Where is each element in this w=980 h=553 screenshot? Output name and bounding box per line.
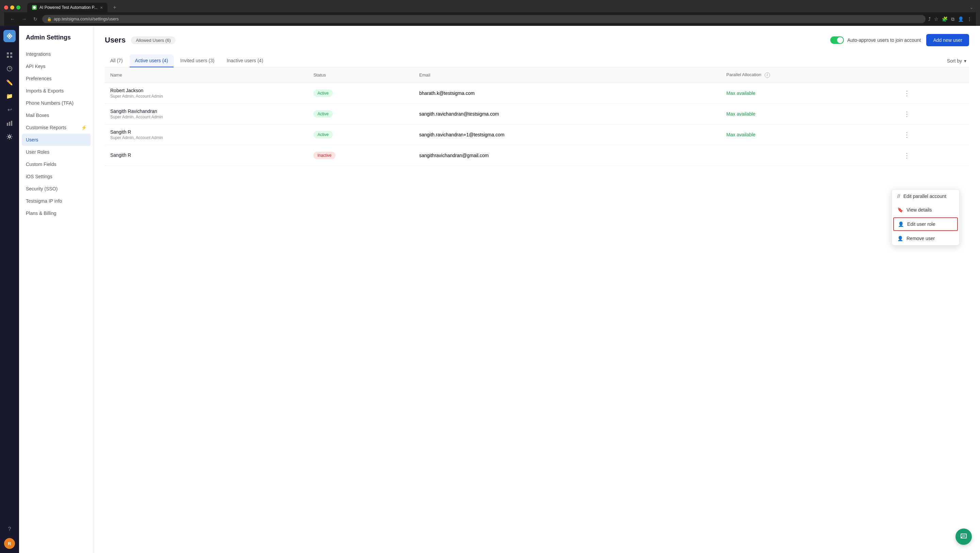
nav-chart-icon[interactable]	[3, 117, 16, 129]
browser-toolbar: ⤴ ☆ 🧩 ⧉ 👤 ⋮	[928, 16, 972, 22]
edit-parallel-icon: //	[897, 194, 900, 199]
tab-layout-icon[interactable]: ⧉	[951, 16, 955, 22]
auto-approve-toggle[interactable]	[830, 37, 844, 44]
chat-bubble-button[interactable]	[956, 529, 972, 545]
sidebar-item-preferences[interactable]: Preferences	[19, 72, 94, 85]
profile-icon[interactable]: 👤	[958, 16, 964, 22]
minimize-dot[interactable]	[10, 5, 14, 10]
col-email: Email	[414, 67, 721, 83]
filter-tab-inactive[interactable]: Inactive users (4)	[221, 54, 269, 67]
cell-more-2: ⋮	[895, 124, 969, 145]
tab-close-icon[interactable]: ✕	[100, 6, 103, 10]
sidebar-item-plans-billing[interactable]: Plans & Billing	[19, 207, 94, 219]
cell-email-3: sangithravichandran@gmail.com	[414, 145, 721, 165]
app-container: ✏️ 📁 ↩ ? R Admin Settings IntegrationsAP…	[0, 26, 980, 553]
sidebar-item-imports-exports[interactable]: Imports & Exports	[19, 85, 94, 97]
parallel-allocation-0[interactable]: Max available	[727, 91, 756, 96]
cell-status-1: Active	[308, 103, 414, 124]
parallel-info-icon[interactable]: i	[765, 72, 770, 78]
dropdown-item-remove-user[interactable]: 👤Remove user	[892, 232, 959, 245]
table-row: Sangith R Inactive sangithravichandran@g…	[105, 145, 969, 165]
dropdown-item-edit-user-role[interactable]: 👤Edit user role	[893, 217, 958, 231]
new-tab-button[interactable]: +	[110, 3, 119, 12]
status-badge-2: Active	[313, 131, 333, 138]
col-parallel: Parallel Allocation i	[721, 67, 895, 83]
back-button[interactable]: ←	[8, 16, 17, 22]
main-content: Users Allowed Users (6) Auto-approve use…	[94, 26, 980, 553]
sidebar-item-ios-settings[interactable]: iOS Settings	[19, 170, 94, 183]
share-icon[interactable]: ⤴	[928, 16, 931, 22]
col-name: Name	[105, 67, 308, 83]
sidebar-item-mail-boxes[interactable]: Mail Boxes	[19, 109, 94, 121]
svg-point-13	[964, 536, 966, 537]
more-options-button-2[interactable]: ⋮	[901, 129, 913, 140]
filter-tab-invited[interactable]: Invited users (3)	[175, 54, 220, 67]
sidebar-item-user-roles[interactable]: User Roles	[19, 146, 94, 158]
sidebar-item-phone-numbers[interactable]: Phone Numbers (TFA)	[19, 97, 94, 109]
nav-edit-icon[interactable]: ✏️	[3, 76, 16, 88]
app-logo[interactable]	[3, 30, 16, 42]
refresh-button[interactable]: ↻	[31, 16, 40, 22]
sidebar-item-testsigma-ip-info[interactable]: Testsigma IP info	[19, 195, 94, 207]
forward-button[interactable]: →	[20, 16, 29, 22]
bookmark-icon[interactable]: ☆	[934, 16, 939, 22]
svg-rect-5	[10, 56, 12, 58]
dropdown-item-label-view-details: View details	[907, 207, 932, 213]
sort-by-button[interactable]: Sort by ▾	[944, 56, 969, 66]
help-icon[interactable]: ?	[3, 523, 16, 536]
sidebar-item-customise-reports[interactable]: Customise Reports⚡	[19, 121, 94, 133]
user-name-1: Sangith Ravichandran	[110, 108, 302, 114]
cell-parallel-2: Max available	[721, 124, 895, 145]
svg-rect-9	[11, 121, 12, 126]
cell-more-3: ⋮	[895, 145, 969, 165]
col-status: Status	[308, 67, 414, 83]
sidebar-item-integrations[interactable]: Integrations	[19, 48, 94, 60]
status-badge-3: Inactive	[313, 152, 336, 159]
user-avatar[interactable]: R	[4, 538, 15, 549]
svg-point-1	[8, 35, 11, 37]
user-role-1: Super Admin, Account Admin	[110, 114, 302, 119]
table-row: Robert Jackson Super Admin, Account Admi…	[105, 83, 969, 103]
dropdown-item-view-details[interactable]: 🔖View details	[892, 203, 959, 217]
maximize-dot[interactable]	[16, 5, 21, 10]
browser-tab-active[interactable]: AI Powered Test Automation P... ✕	[27, 3, 108, 12]
remove-user-icon: 👤	[897, 236, 903, 241]
user-email-0: bharath.k@testsigma.com	[419, 91, 475, 96]
url-input[interactable]: 🔒 app.testsigma.com/ui/settings/users	[42, 15, 926, 23]
cell-status-0: Active	[308, 83, 414, 103]
nav-dashboard-icon[interactable]	[3, 63, 16, 75]
more-options-button-3[interactable]: ⋮	[901, 150, 913, 161]
page-header-left: Users Allowed Users (6)	[105, 36, 176, 44]
nav-folder-icon[interactable]: 📁	[3, 90, 16, 102]
more-options-button-0[interactable]: ⋮	[901, 88, 913, 99]
auto-approve-label: Auto-approve users to join account	[847, 37, 921, 43]
browser-chrome: AI Powered Test Automation P... ✕ + ⌄ ← …	[0, 0, 980, 26]
dropdown-item-label-remove-user: Remove user	[907, 236, 935, 241]
user-email-3: sangithravichandran@gmail.com	[419, 153, 488, 158]
sort-chevron-icon: ▾	[964, 58, 966, 64]
nav-history-icon[interactable]: ↩	[3, 103, 16, 116]
close-dot[interactable]	[4, 5, 8, 10]
sidebar-item-security-sso[interactable]: Security (SSO)	[19, 183, 94, 195]
sidebar-item-custom-fields[interactable]: Custom Fields	[19, 158, 94, 170]
table-header-row: Name Status Email Parallel Allocation i	[105, 67, 969, 83]
extensions-icon[interactable]: 🧩	[942, 16, 948, 22]
nav-settings-icon[interactable]	[3, 130, 16, 143]
lock-icon: 🔒	[47, 17, 52, 21]
user-email-1: sangith.ravichandran@testsigma.com	[419, 111, 499, 117]
status-badge-1: Active	[313, 110, 333, 118]
add-new-user-button[interactable]: Add new user	[926, 34, 969, 46]
filter-tab-active[interactable]: Active users (4)	[130, 54, 173, 67]
cell-more-1: ⋮	[895, 103, 969, 124]
more-options-button-1[interactable]: ⋮	[901, 108, 913, 119]
sidebar-item-api-keys[interactable]: API Keys	[19, 60, 94, 72]
parallel-allocation-2[interactable]: Max available	[727, 132, 756, 137]
menu-icon[interactable]: ⋮	[967, 16, 972, 22]
parallel-allocation-1[interactable]: Max available	[727, 111, 756, 117]
svg-rect-8	[9, 122, 10, 126]
dropdown-item-edit-parallel[interactable]: //Edit parallel account	[892, 189, 959, 203]
cell-name-1: Sangith Ravichandran Super Admin, Accoun…	[105, 103, 308, 124]
filter-tab-all[interactable]: All (7)	[105, 54, 128, 67]
nav-grid-icon[interactable]	[3, 49, 16, 61]
sidebar-item-users[interactable]: Users	[22, 133, 91, 146]
